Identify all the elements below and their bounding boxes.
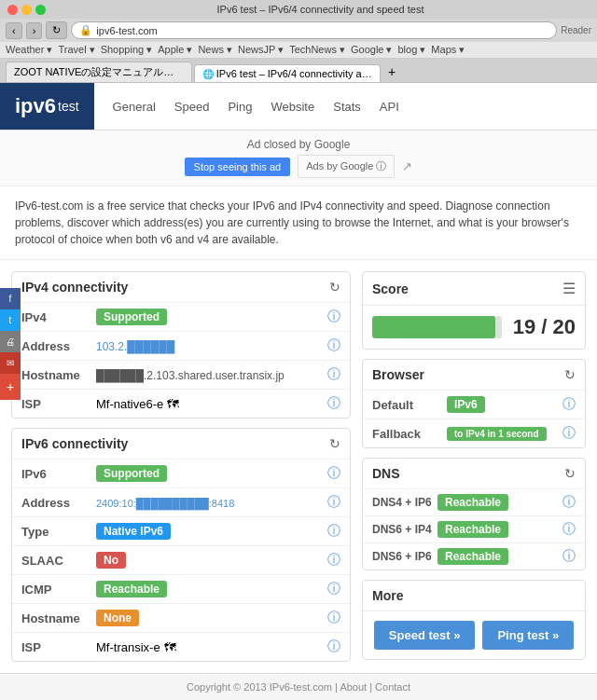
ipv4-row-0: IPv4 Supported ⓘ	[12, 303, 350, 332]
speed-test-button[interactable]: Speed test »	[374, 621, 476, 650]
traffic-lights	[7, 5, 46, 15]
browser-info-1[interactable]: ⓘ	[562, 425, 576, 442]
ipv4-label-1: Address	[21, 339, 96, 353]
nav-speed[interactable]: Speed	[165, 87, 219, 127]
bookmark-weather[interactable]: Weather ▾	[6, 44, 52, 56]
maximize-button[interactable]	[35, 5, 46, 15]
dns-info-0[interactable]: ⓘ	[562, 494, 576, 511]
ipv4-isp: Mf-native6-e 🗺	[96, 397, 327, 411]
ipv4-address[interactable]: 103.2.██████	[96, 340, 174, 353]
bookmark-apple[interactable]: Apple ▾	[158, 44, 192, 56]
stop-seeing-button[interactable]: Stop seeing this ad	[185, 158, 291, 176]
refresh-button[interactable]: ↻	[46, 21, 67, 39]
forward-button[interactable]: ›	[26, 22, 43, 39]
bookmark-google[interactable]: Google ▾	[351, 44, 393, 56]
bookmark-travel[interactable]: Travel ▾	[58, 44, 94, 56]
dns-info-2[interactable]: ⓘ	[562, 548, 576, 565]
googleplus-button[interactable]: +	[0, 374, 21, 400]
ipv6-label-0: IPv6	[21, 467, 96, 481]
ipv6-info-2[interactable]: ⓘ	[327, 523, 340, 540]
back-button[interactable]: ‹	[6, 22, 22, 39]
print-button[interactable]: 🖨	[0, 331, 21, 352]
tab-bar: ZOOT NATIVEの設定マニュアル一覧 🌐 IPv6 test – IPv6…	[0, 59, 597, 82]
ipv6-info-4[interactable]: ⓘ	[327, 581, 340, 597]
bookmark-shopping[interactable]: Shopping ▾	[101, 44, 153, 56]
ipv4-label-2: Hostname	[21, 368, 96, 382]
ipv4-refresh-icon[interactable]: ↻	[329, 280, 340, 295]
minimize-button[interactable]	[21, 5, 32, 15]
bookmark-news[interactable]: News ▾	[198, 44, 232, 56]
browser-row-1: Fallback to IPv4 in 1 second ⓘ	[363, 419, 585, 447]
footer-text: Copyright © 2013 IPv6-test.com | About |…	[187, 681, 410, 693]
dns-row-2: DNS6 + IP6 Reachable ⓘ	[363, 543, 585, 570]
bookmark-maps[interactable]: Maps ▾	[431, 44, 465, 56]
browser-refresh-icon[interactable]: ↻	[564, 367, 576, 382]
dns4ip6-badge: Reachable	[437, 494, 508, 511]
tab-zoot[interactable]: ZOOT NATIVEの設定マニュアル一覧	[6, 62, 192, 82]
site-logo[interactable]: ipv6 test	[0, 83, 94, 130]
dns-info-1[interactable]: ⓘ	[562, 521, 576, 538]
ipv6-row-3: SLAAC No ⓘ	[12, 546, 350, 575]
dns6ip6-badge: Reachable	[437, 548, 508, 565]
ipv6-value-6: Mf-transix-e 🗺	[96, 640, 327, 654]
ipv6-info-6[interactable]: ⓘ	[327, 638, 340, 655]
dns-title: DNS	[372, 466, 400, 481]
left-column: IPv4 connectivity ↻ IPv4 Supported ⓘ Add…	[11, 271, 351, 662]
ipv4-info-2[interactable]: ⓘ	[327, 366, 340, 383]
site-description: IPv6-test.com is a free service that che…	[0, 186, 597, 260]
bookmark-technews[interactable]: TechNews ▾	[289, 44, 345, 56]
ipv4-info-0[interactable]: ⓘ	[327, 309, 340, 325]
list-icon[interactable]: ☰	[562, 280, 576, 297]
ipv6-badge-supported: Supported	[96, 465, 167, 482]
ipv6-info-0[interactable]: ⓘ	[327, 465, 340, 482]
ipv4-badge-supported: Supported	[96, 309, 167, 325]
ipv4-info-1[interactable]: ⓘ	[327, 337, 340, 354]
browser-label-0: Default	[372, 398, 447, 412]
ipv6-info-1[interactable]: ⓘ	[327, 494, 340, 511]
ipv6-isp: Mf-transix-e 🗺	[96, 640, 327, 654]
tab-icon: 🌐	[202, 69, 216, 79]
nav-general[interactable]: General	[104, 87, 165, 127]
facebook-button[interactable]: f	[0, 288, 21, 309]
bookmarks-bar: Weather ▾ Travel ▾ Shopping ▾ Apple ▾ Ne…	[0, 42, 597, 59]
score-bar	[372, 316, 495, 338]
browser-section-header: Browser ↻	[363, 360, 585, 391]
ipv6-address[interactable]: 2409:10:██████████:8418	[96, 498, 234, 509]
ipv6-row-6: ISP Mf-transix-e 🗺 ⓘ	[12, 633, 350, 661]
ipv6-row-4: ICMP Reachable ⓘ	[12, 575, 350, 604]
twitter-button[interactable]: t	[0, 309, 21, 331]
browser-value-1: to IPv4 in 1 second	[447, 426, 547, 441]
nav-ping[interactable]: Ping	[218, 87, 261, 127]
ipv6-refresh-icon[interactable]: ↻	[329, 436, 340, 451]
bookmark-newsjp[interactable]: NewsJP ▾	[238, 44, 284, 56]
nav-website[interactable]: Website	[261, 87, 324, 127]
ipv4-isp-text: Mf-native6-e	[96, 397, 163, 411]
ipv4-label-0: IPv4	[21, 310, 96, 324]
tab-ipv6[interactable]: 🌐 IPv6 test – IPv6/4 connectivity and sp…	[194, 64, 381, 82]
ipv6-box: IPv6 connectivity ↻ IPv6 Supported ⓘ Add…	[11, 428, 351, 662]
url-text: ipv6-test.com	[96, 25, 548, 36]
ipv4-row-2: Hostname ██████.2.103.shared.user.transi…	[12, 361, 350, 390]
social-sidebar: f t 🖨 ✉ +	[0, 288, 21, 400]
new-tab-button[interactable]: +	[382, 62, 401, 82]
ipv6-info-3[interactable]: ⓘ	[327, 552, 340, 569]
ipv6-value-0: Supported	[96, 465, 327, 482]
ipv6-label-1: Address	[21, 496, 96, 510]
score-box: Score ☰ 19 / 20	[362, 271, 586, 350]
bookmark-blog[interactable]: blog ▾	[398, 44, 426, 56]
reader-button[interactable]: Reader	[561, 25, 591, 35]
nav-stats[interactable]: Stats	[324, 87, 370, 127]
ad-section: Ad closed by Google Stop seeing this ad …	[0, 130, 597, 186]
ipv6-info-5[interactable]: ⓘ	[327, 610, 340, 626]
nav-api[interactable]: API	[370, 87, 409, 127]
map-icon-2: 🗺	[164, 640, 176, 654]
dns-box: DNS ↻ DNS4 + IP6 Reachable ⓘ DNS6 + IP4 …	[362, 458, 586, 570]
email-button[interactable]: ✉	[0, 352, 21, 374]
ipv4-info-3[interactable]: ⓘ	[327, 395, 340, 412]
ad-cursor-icon: ↗	[402, 159, 412, 173]
dns-refresh-icon[interactable]: ↻	[564, 466, 576, 481]
browser-info-0[interactable]: ⓘ	[562, 396, 576, 413]
close-button[interactable]	[7, 5, 18, 15]
url-bar[interactable]: 🔒 ipv6-test.com	[71, 21, 557, 39]
ping-test-button[interactable]: Ping test »	[482, 621, 574, 650]
